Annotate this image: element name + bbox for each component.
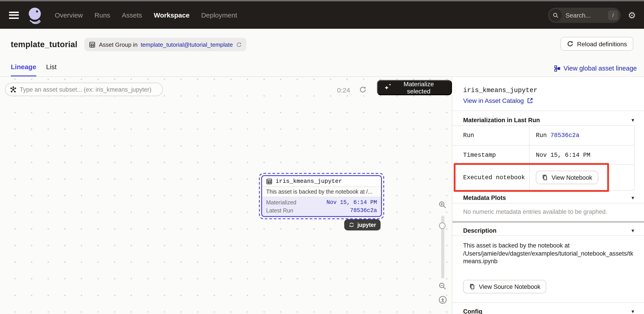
asset-subset-input[interactable] [20, 86, 158, 93]
divider [452, 235, 644, 236]
tab-lineage[interactable]: Lineage [11, 63, 36, 76]
notebook-icon [469, 283, 475, 290]
page-header: template_tutorial Asset Group in templat… [0, 29, 644, 77]
section-header-label: Materialization in Last Run [463, 117, 540, 123]
view-global-asset-lineage-link[interactable]: View global asset lineage [554, 65, 637, 72]
description-text: This asset is backed by the notebook at … [463, 242, 635, 265]
zoom-out-icon[interactable] [438, 282, 446, 290]
row-label-executed-notebook: Executed notebook [452, 165, 530, 190]
page-title: template_tutorial [11, 40, 78, 49]
node-name: iris_kmeans_jupyter [276, 178, 342, 185]
section-header-label: Config [463, 308, 482, 314]
asset-group-badge: Asset Group in template_tutorial@tutoria… [84, 38, 246, 51]
nav-item-workspace[interactable]: Workspace [154, 11, 190, 19]
node-description: This asset is backed by the notebook at … [262, 187, 381, 197]
asset-node-iris-kmeans-jupyter[interactable]: iris_kmeans_jupyter This asset is backed… [259, 173, 384, 219]
hamburger-menu-icon[interactable] [9, 12, 19, 19]
section-description[interactable]: Description ▼ [463, 225, 635, 235]
divider [452, 302, 644, 303]
section-header-label: Description [463, 227, 496, 234]
lineage-icon [554, 65, 560, 72]
nav-item-assets[interactable]: Assets [122, 11, 142, 19]
gear-icon[interactable]: ⚙ [628, 11, 636, 20]
row-label-run: Run [452, 126, 530, 145]
zoom-in-icon[interactable] [438, 201, 446, 209]
refresh-icon[interactable] [236, 42, 242, 47]
divider [452, 203, 644, 203]
asset-subset-filter [5, 83, 163, 96]
materialize-selected-button[interactable]: ✦✦ Materialize selected [377, 80, 452, 95]
table-row: Timestamp Nov 15, 6:14 PM [452, 146, 634, 165]
tab-bar: Lineage List [11, 63, 56, 76]
table-row: Executed notebook View Notebook [452, 165, 634, 190]
nav-item-deployment[interactable]: Deployment [201, 11, 237, 19]
asset-graph-canvas[interactable]: 0:24 ✦✦ Materialize selected iris_ [0, 77, 452, 314]
run-value-prefix: Run [536, 132, 547, 139]
download-icon[interactable] [438, 295, 447, 304]
chevron-down-icon: ▼ [630, 228, 635, 233]
view-notebook-button[interactable]: View Notebook [536, 171, 598, 184]
search-shortcut-badge: / [608, 10, 618, 20]
zoom-slider-handle[interactable] [439, 222, 446, 229]
tab-list[interactable]: List [46, 63, 56, 76]
stat-value[interactable]: 78536c2a [350, 207, 377, 214]
search-input[interactable]: Search... / [548, 8, 621, 23]
node-stats: Materialized Nov 15, 6:14 PM Latest Run … [262, 197, 381, 216]
stat-label: Materialized [266, 199, 296, 206]
refresh-timer: 0:24 [337, 86, 350, 94]
view-in-asset-catalog-link[interactable]: View in Asset Catalog [463, 97, 533, 104]
timestamp-value: Nov 15, 6:14 PM [530, 146, 634, 164]
chevron-down-icon: ▼ [630, 309, 635, 314]
section-materialization-last-run[interactable]: Materialization in Last Run ▼ [463, 115, 635, 125]
materialize-selected-label: Materialize selected [393, 80, 445, 95]
dagster-logo-icon[interactable] [25, 5, 45, 25]
kind-tag-label: jupyter [358, 222, 376, 228]
view-global-asset-lineage-label: View global asset lineage [564, 65, 637, 72]
nav-links: Overview Runs Assets Workspace Deploymen… [55, 11, 237, 19]
nav-item-overview[interactable]: Overview [55, 11, 83, 19]
materialization-table: Run Run 78536c2a Timestamp Nov 15, 6:14 … [452, 125, 634, 190]
view-source-notebook-button[interactable]: View Source Notebook [463, 280, 546, 293]
view-notebook-label: View Notebook [552, 174, 592, 181]
node-stat-row: Latest Run 78536c2a [262, 207, 381, 215]
nav-item-runs[interactable]: Runs [94, 11, 110, 19]
dagster-app: Overview Runs Assets Workspace Deploymen… [0, 0, 644, 314]
asset-graph-icon [10, 86, 16, 93]
grid-icon [89, 41, 96, 48]
panel-asset-name: iris_kmeans_jupyter [463, 87, 538, 94]
node-stat-row: Materialized Nov 15, 6:14 PM [262, 199, 381, 207]
external-link-icon [527, 98, 533, 104]
run-id-link[interactable]: 78536c2a [550, 132, 580, 139]
section-config[interactable]: Config ▼ [463, 306, 635, 314]
view-in-asset-catalog-label: View in Asset Catalog [463, 97, 524, 104]
divider [452, 111, 644, 111]
view-source-notebook-label: View Source Notebook [479, 283, 540, 290]
stat-value: Nov 15, 6:14 PM [326, 199, 377, 206]
reload-definitions-label: Reload definitions [577, 40, 627, 47]
zoom-controls [438, 201, 447, 304]
refresh-icon[interactable] [359, 86, 367, 93]
refresh-icon [566, 41, 573, 47]
top-nav: Overview Runs Assets Workspace Deploymen… [0, 1, 644, 29]
search-icon [549, 9, 562, 21]
kind-tag-jupyter[interactable]: jupyter [344, 219, 380, 230]
table-row: Run Run 78536c2a [452, 126, 634, 146]
sparkle-icon: ✦✦ [384, 85, 389, 91]
search-placeholder: Search... [566, 12, 608, 19]
badge-repo-link[interactable]: template_tutorial@tutorial_template [141, 41, 233, 48]
chevron-down-icon: ▼ [630, 195, 635, 200]
chevron-down-icon: ▼ [630, 118, 635, 122]
zoom-slider[interactable] [441, 216, 444, 278]
metadata-plots-empty-text: No numeric metadata entries available to… [463, 208, 607, 215]
reload-definitions-button[interactable]: Reload definitions [560, 37, 633, 51]
notebook-icon [542, 174, 548, 181]
section-header-label: Metadata Plots [463, 194, 506, 201]
divider-thick [452, 221, 644, 223]
stat-label: Latest Run [266, 207, 293, 214]
table-icon [266, 178, 272, 184]
jupyter-icon [349, 222, 355, 228]
badge-text: Asset Group in [99, 41, 138, 48]
section-metadata-plots[interactable]: Metadata Plots ▼ [463, 193, 635, 203]
asset-detail-panel: iris_kmeans_jupyter View in Asset Catalo… [452, 77, 644, 314]
row-label-timestamp: Timestamp [452, 146, 530, 164]
